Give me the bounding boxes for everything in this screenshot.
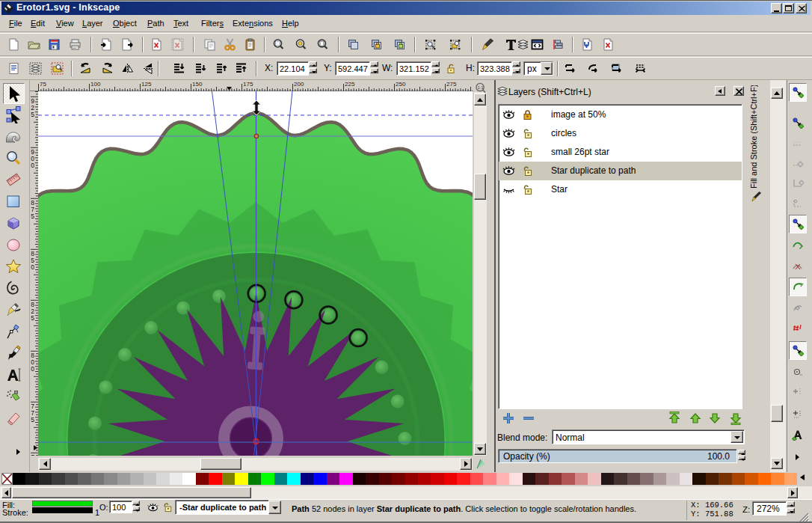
svg-text:0: 0 xyxy=(31,263,34,271)
svg-text:150: 150 xyxy=(192,81,203,88)
svg-text:5: 5 xyxy=(31,212,34,220)
svg-text:125: 125 xyxy=(141,81,152,88)
svg-text:7: 7 xyxy=(31,453,34,456)
svg-text:0: 0 xyxy=(31,365,34,373)
svg-text:200: 200 xyxy=(294,81,304,88)
svg-text:275: 275 xyxy=(446,81,457,88)
svg-text:100: 100 xyxy=(90,81,101,88)
svg-text:175: 175 xyxy=(243,81,253,88)
svg-text:250: 250 xyxy=(396,81,406,88)
svg-text:225: 225 xyxy=(345,81,355,88)
svg-text:5: 5 xyxy=(31,416,34,423)
svg-text:75: 75 xyxy=(40,81,46,88)
svg-text:5: 5 xyxy=(31,314,34,322)
svg-text:0: 0 xyxy=(31,162,34,169)
svg-text:5: 5 xyxy=(31,111,34,118)
svg-text:1:1: 1:1 xyxy=(478,85,485,90)
